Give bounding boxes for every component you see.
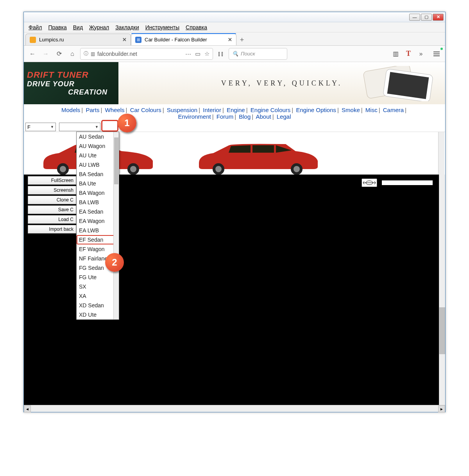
link-camera[interactable]: Camera [383,107,404,113]
forward-button[interactable]: → [40,48,51,59]
hamburger-menu-icon[interactable] [431,48,442,59]
menu-bookmarks[interactable]: Закладки [113,23,141,32]
dropdown-item[interactable]: SX [77,282,119,291]
fullscreen-button[interactable]: FullScreen [28,176,76,185]
menu-tools[interactable]: Инструменты [143,23,182,32]
make-select[interactable]: F ▼ [25,123,56,131]
tab-falconbuilder[interactable]: ⊞ Car Builder - Falcon Builder ✕ [131,34,236,45]
dropdown-item[interactable]: EA Wagon [77,216,119,226]
link-parts[interactable]: Parts [86,107,99,113]
category-link-bar: Models| Parts| Wheels| Car Colours| Susp… [24,104,445,122]
horizontal-scrollbar[interactable]: ◄ ► [24,405,445,412]
dropdown-item[interactable]: BA Wagon [77,188,119,198]
svg-point-6 [130,166,136,172]
logo-line-2: DRIVE YOUR [27,80,115,88]
dropdown-item[interactable]: XA [77,291,119,301]
link-engine-options[interactable]: Engine Options [296,107,336,113]
minimize-button[interactable]: — [409,14,420,21]
dropdown-item[interactable]: BA Ute [77,179,119,188]
link-misc[interactable]: Misc [365,107,378,113]
tab-close-icon[interactable]: ✕ [122,37,127,43]
maximize-button[interactable]: ▢ [421,14,432,21]
dropdown-item[interactable]: XD Ute [77,310,119,319]
dropdown-item[interactable]: AU Ute [77,151,119,160]
tera-extension-icon[interactable]: T [406,50,411,58]
tab-lumpics[interactable]: Lumpics.ru ✕ [25,34,131,45]
load-button[interactable]: Load C [28,215,76,224]
tab-close-icon[interactable]: ✕ [228,37,232,43]
dropdown-item[interactable]: FG Ute [77,273,119,282]
preview-scrollbar[interactable] [438,132,444,175]
drift-tuner-logo[interactable]: DRIFT TUNER DRIVE YOUR CREATION [24,62,118,104]
logo-line-3: CREATION [27,88,115,96]
page-scrollbar[interactable] [439,175,445,405]
dropdown-item-highlight[interactable]: EF Sedan [77,235,119,244]
link-smoke[interactable]: Smoke [342,107,360,113]
page-actions-icon[interactable]: ⋯ [185,50,191,57]
import-back-button[interactable]: Import back [28,225,76,234]
scroll-right-button[interactable]: ► [438,405,445,412]
dropdown-item[interactable]: EA LWB [77,226,119,235]
tab-label: Lumpics.ru [39,37,64,43]
dropdown-item[interactable]: AU Sedan [77,132,119,141]
dropdown-item[interactable]: EF Wagon [77,244,119,254]
model-select[interactable]: ▼ [59,123,100,131]
sidebar-icon[interactable]: ▥ [390,48,401,59]
save-button[interactable]: Save C [28,205,76,214]
link-suspension[interactable]: Suspension [167,107,197,113]
dropdown-item[interactable]: BA Sedan [77,169,119,179]
link-car-colours[interactable]: Car Colours [130,107,161,113]
dropdown-scrollbar[interactable] [113,132,119,319]
menu-edit[interactable]: Правка [46,23,69,32]
link-forum[interactable]: Forum [217,113,233,120]
reader-icon[interactable]: ▭ [195,50,200,57]
right-controls [362,178,433,187]
new-tab-button[interactable]: + [236,34,247,45]
bookmark-star-icon[interactable]: ☆ [204,50,209,57]
search-box[interactable]: 🔍 Поиск [229,48,287,60]
dropdown-item[interactable]: AU LWB [77,160,119,169]
make-value: F [27,124,30,130]
screenshot-button[interactable]: Screensh [28,186,76,194]
dropdown-item[interactable]: EA Sedan [77,207,119,216]
menu-help[interactable]: Справка [183,23,209,32]
home-button[interactable]: ⌂ [67,48,78,59]
dropdown-item[interactable]: XD Sedan [77,301,119,310]
scroll-left-button[interactable]: ◄ [24,405,31,412]
library-icon[interactable]: ⫿⫿ [215,48,226,59]
search-icon: 🔍 [232,51,238,57]
search-placeholder: Поиск [241,51,255,57]
url-bar[interactable]: ⓘ ▥ falconbuilder.net ⋯ ▭ ☆ [80,48,213,60]
link-engine[interactable]: Engine [227,107,245,113]
overflow-icon[interactable]: » [415,48,426,59]
scrollbar-thumb[interactable] [114,137,118,184]
callout-ring-1 [101,120,118,132]
link-models[interactable]: Models [61,107,80,113]
reload-button[interactable]: ⟳ [54,48,64,59]
car-width-icon[interactable] [362,178,377,187]
link-blog[interactable]: Blog [239,113,251,120]
svg-point-8 [215,166,222,172]
close-button[interactable]: ✕ [433,14,444,21]
titlebar: — ▢ ✕ [24,12,445,22]
menu-history[interactable]: Журнал [87,23,111,32]
clone-button[interactable]: Clone C [28,196,76,204]
link-wheels[interactable]: Wheels [105,107,125,113]
dropdown-item[interactable]: AU Wagon [77,141,119,151]
info-icon[interactable]: ⓘ [84,50,88,57]
link-engine-colours[interactable]: Engine Colours [251,107,291,113]
scrollbar-thumb[interactable] [439,307,445,354]
menu-view[interactable]: Вид [71,23,85,32]
url-text: falconbuilder.net [97,51,137,57]
dropdown-item[interactable]: BA LWB [77,198,119,207]
logo-line-1: DRIFT TUNER [27,70,115,80]
tab-strip: Lumpics.ru ✕ ⊞ Car Builder - Falcon Buil… [24,32,445,46]
link-environment[interactable]: Environment [178,113,211,120]
link-interior[interactable]: Interior [203,107,221,113]
menu-file[interactable]: Файл [26,23,44,32]
link-about[interactable]: About [256,113,271,120]
back-button[interactable]: ← [27,48,38,59]
link-legal[interactable]: Legal [277,113,291,120]
phone-graphic [363,66,437,101]
width-slider[interactable] [382,180,433,185]
